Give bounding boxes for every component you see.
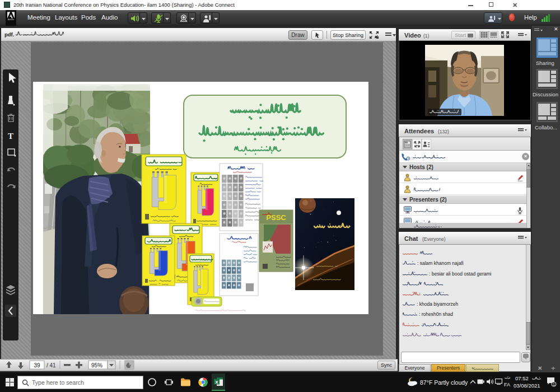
svg-text:95%: 95% (91, 362, 102, 368)
svg-text:X: X (215, 380, 218, 385)
svg-text:1: 1 (553, 382, 555, 386)
svg-text:39: 39 (34, 362, 40, 368)
svg-text:/ 41: / 41 (46, 362, 56, 368)
svg-text:T: T (8, 132, 13, 141)
svg-text:PSSC: PSSC (266, 213, 286, 222)
